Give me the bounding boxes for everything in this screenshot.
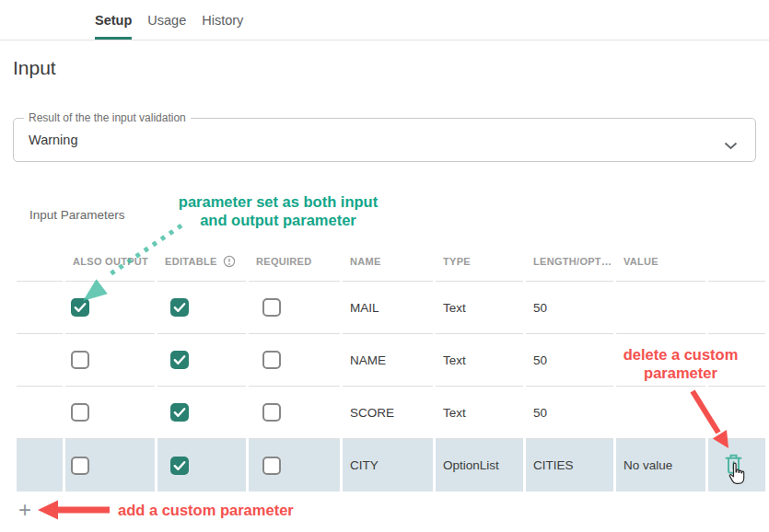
editable-cell xyxy=(157,387,246,439)
name-cell: SCORE xyxy=(343,387,433,439)
value-cell xyxy=(616,387,705,439)
editable-cell xyxy=(157,334,246,387)
table-row-score: SCORE Text 50 xyxy=(17,387,765,439)
tab-usage[interactable]: Usage xyxy=(147,13,186,40)
name-cell: CITY xyxy=(343,439,433,492)
setup-page: { "tabs": [ {"label": "Setup", "active":… xyxy=(0,0,769,532)
actions-cell xyxy=(708,387,765,439)
header-type: TYPE xyxy=(436,241,523,282)
also-output-checkbox[interactable] xyxy=(71,457,89,475)
length-options-cell: 50 xyxy=(526,334,613,387)
tab-history-label: History xyxy=(202,13,243,28)
annotation-delete-line1: delete a custom xyxy=(611,345,751,364)
trash-icon xyxy=(723,452,744,479)
required-cell xyxy=(249,334,340,387)
row-leading-cell xyxy=(17,387,63,439)
header-empty-cell xyxy=(17,241,63,282)
page-title: Input xyxy=(13,57,56,79)
required-checkbox[interactable] xyxy=(262,457,281,475)
table-row-mail: MAIL Text 50 xyxy=(17,282,765,334)
required-checkbox[interactable] xyxy=(262,298,281,317)
header-value: VALUE xyxy=(616,241,705,282)
type-cell: Text xyxy=(436,282,523,334)
tab-setup-label: Setup xyxy=(95,13,132,28)
name-cell: NAME xyxy=(343,334,433,387)
annotation-both-io-line2: and output parameter xyxy=(169,211,388,229)
also-output-checkbox[interactable] xyxy=(71,403,89,422)
row-leading-cell xyxy=(17,334,63,387)
add-parameter-button[interactable]: + xyxy=(13,497,37,521)
also-output-checkbox[interactable] xyxy=(71,351,89,369)
type-cell: Text xyxy=(436,387,523,439)
header-length-options: LENGTH/OPT… xyxy=(526,241,613,282)
delete-parameter-button[interactable] xyxy=(723,452,744,479)
tab-usage-label: Usage xyxy=(147,13,186,28)
annotation-both-io-line1: parameter set as both input xyxy=(169,192,388,211)
value-cell xyxy=(616,282,705,334)
length-options-cell: CITIES xyxy=(526,439,613,492)
tab-bar: Setup Usage History xyxy=(0,0,769,40)
required-cell xyxy=(249,439,340,492)
tab-setup[interactable]: Setup xyxy=(95,13,132,40)
info-icon[interactable] xyxy=(223,255,236,268)
table-row-city: CITY OptionList CITIES No value xyxy=(17,439,765,492)
name-cell: MAIL xyxy=(343,282,433,334)
value-cell: No value xyxy=(616,439,705,492)
required-cell xyxy=(249,282,340,334)
also-output-cell xyxy=(65,387,155,439)
header-name: NAME xyxy=(343,241,433,282)
validation-result-select[interactable]: Result of the the input validation Warni… xyxy=(13,118,756,162)
annotation-delete: delete a custom parameter xyxy=(611,345,751,382)
header-editable: EDITABLE xyxy=(157,241,246,282)
length-options-cell: 50 xyxy=(526,387,613,439)
editable-checkbox[interactable] xyxy=(170,298,189,317)
table-header-row: ALSO OUTPUT EDITABLE REQUIRED NAME TYPE … xyxy=(17,241,765,282)
row-leading-cell xyxy=(17,282,63,334)
required-checkbox[interactable] xyxy=(262,403,281,422)
actions-cell xyxy=(708,439,765,492)
length-options-cell: 50 xyxy=(526,282,613,334)
required-cell xyxy=(249,387,340,439)
row-leading-cell xyxy=(17,439,63,492)
header-actions-cell xyxy=(708,241,765,282)
editable-checkbox[interactable] xyxy=(170,351,189,369)
editable-cell xyxy=(157,439,246,492)
also-output-cell xyxy=(65,439,155,492)
header-required: REQUIRED xyxy=(249,241,340,282)
editable-checkbox[interactable] xyxy=(170,457,189,475)
annotation-both-io: parameter set as both input and output p… xyxy=(169,192,388,229)
also-output-cell xyxy=(65,334,155,387)
add-arrow xyxy=(38,501,110,520)
required-checkbox[interactable] xyxy=(262,351,281,369)
input-parameters-label: Input Parameters xyxy=(29,208,125,222)
also-output-cell xyxy=(65,282,155,334)
actions-cell xyxy=(708,282,765,334)
annotation-add: add a custom parameter xyxy=(118,501,294,519)
header-editable-label: EDITABLE xyxy=(165,256,217,267)
editable-cell xyxy=(157,282,246,334)
tab-history[interactable]: History xyxy=(202,13,243,40)
chevron-down-icon xyxy=(724,137,738,154)
annotation-delete-line2: parameter xyxy=(611,364,751,382)
header-also-output: ALSO OUTPUT xyxy=(65,241,155,282)
type-cell: Text xyxy=(436,334,523,387)
validation-result-value: Warning xyxy=(29,119,77,161)
editable-checkbox[interactable] xyxy=(170,403,189,422)
also-output-checkbox[interactable] xyxy=(71,298,89,317)
type-cell: OptionList xyxy=(436,439,523,492)
